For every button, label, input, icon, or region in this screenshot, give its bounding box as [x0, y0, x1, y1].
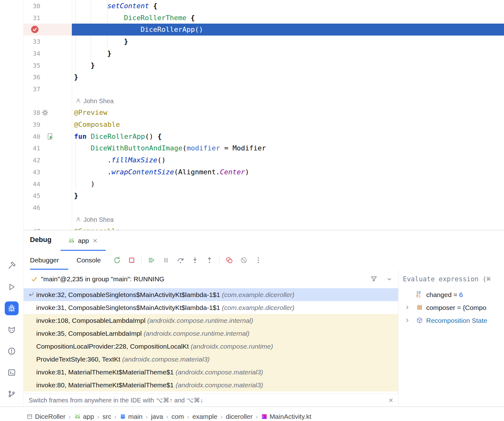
line-number[interactable]: 34: [24, 48, 40, 59]
chevron-down-icon[interactable]: [386, 276, 393, 283]
line-number[interactable]: 41: [24, 142, 40, 154]
line-number[interactable]: 42: [24, 154, 40, 166]
stack-frame-row[interactable]: invoke:108, ComposableLambdaImpl (androi…: [24, 314, 398, 327]
line-number[interactable]: 37: [24, 83, 40, 95]
evaluate-expression-field[interactable]: Evaluate expression (⌘: [398, 270, 504, 288]
line-number[interactable]: 45: [24, 190, 40, 202]
debug-bug-icon[interactable]: [5, 301, 19, 315]
code-line[interactable]: 34}: [24, 48, 504, 59]
code-text[interactable]: .fillMaxSize(): [107, 154, 166, 166]
step-out-icon[interactable]: [205, 255, 214, 265]
logcat-icon[interactable]: [5, 323, 19, 337]
close-icon[interactable]: [92, 238, 98, 244]
breadcrumb-item[interactable]: example: [192, 413, 217, 420]
line-number[interactable]: 40: [24, 131, 40, 143]
thread-selector[interactable]: "main"@2,235 in group "main": RUNNING: [24, 270, 398, 288]
code-line[interactable]: 42.fillMaxSize(): [24, 154, 504, 166]
code-line[interactable]: 43.wrapContentSize(Alignment.Center): [24, 166, 504, 178]
stack-frame-row[interactable]: ProvideTextStyle:360, TextKt (androidx.c…: [24, 353, 398, 366]
code-text[interactable]: ): [91, 178, 95, 190]
breadcrumb-item[interactable]: MainActivity.kt: [261, 413, 312, 420]
tab-console[interactable]: Console: [77, 251, 101, 269]
variable-row[interactable]: 1001changed = 6: [398, 288, 504, 301]
close-icon[interactable]: [388, 397, 394, 403]
code-text[interactable]: DiceWithButtonAndImage(modifier = Modifi…: [91, 142, 266, 154]
line-number[interactable]: 43: [24, 166, 40, 178]
code-line[interactable]: 39@Composable: [24, 119, 504, 131]
code-text[interactable]: @Composable: [74, 119, 120, 131]
code-text[interactable]: setContent {: [107, 0, 158, 12]
mute-breakpoints-icon[interactable]: [239, 255, 249, 265]
code-line[interactable]: 40fun DiceRollerApp() {: [24, 131, 504, 143]
problems-icon[interactable]: [5, 344, 19, 358]
line-number[interactable]: 39: [24, 119, 40, 131]
code-line[interactable]: 41DiceWithButtonAndImage(modifier = Modi…: [24, 142, 504, 154]
variable-row[interactable]: composer = {Compo: [398, 301, 504, 314]
line-number[interactable]: 46: [24, 202, 40, 214]
code-text[interactable]: }: [107, 48, 112, 59]
code-text[interactable]: @Preview: [74, 107, 107, 119]
run-icon[interactable]: [5, 280, 19, 294]
code-line[interactable]: 35}: [24, 59, 504, 71]
code-line[interactable]: 38@Preview: [24, 107, 504, 119]
stack-frame-row[interactable]: CompositionLocalProvider:228, Compositio…: [24, 340, 398, 353]
stack-frame-row[interactable]: invoke:81, MaterialThemeKt$MaterialTheme…: [24, 366, 398, 379]
code-text[interactable]: }: [91, 59, 95, 71]
build-icon[interactable]: [5, 259, 19, 272]
code-line[interactable]: 36}: [24, 71, 504, 83]
breadcrumb-item[interactable]: java: [151, 413, 163, 420]
stack-frame-row[interactable]: invoke:80, MaterialThemeKt$MaterialTheme…: [24, 379, 398, 391]
step-into-icon[interactable]: [190, 255, 200, 265]
breakpoint-icon[interactable]: [31, 25, 39, 34]
line-number[interactable]: 36: [24, 71, 40, 83]
resume-icon[interactable]: [147, 255, 156, 265]
tab-app-session[interactable]: app: [60, 230, 106, 251]
line-number[interactable]: 44: [24, 178, 40, 190]
code-text[interactable]: DiceRollerApp(): [140, 24, 203, 36]
stop-icon[interactable]: [127, 255, 136, 265]
line-number[interactable]: 31: [24, 12, 40, 24]
code-text[interactable]: }: [74, 71, 78, 83]
terminal-icon[interactable]: [5, 366, 19, 379]
breadcrumb-item[interactable]: src: [102, 413, 111, 420]
breadcrumb-item[interactable]: diceroller: [226, 413, 253, 420]
code-text[interactable]: @Composable: [74, 225, 120, 230]
step-over-icon[interactable]: [176, 255, 185, 265]
stack-frame-row[interactable]: invoke:35, ComposableLambdaImpl (android…: [24, 327, 398, 340]
code-line[interactable]: 45}: [24, 190, 504, 202]
preview-settings-gear-icon[interactable]: [41, 107, 49, 119]
pause-icon[interactable]: [161, 255, 171, 265]
rerun-icon[interactable]: [112, 255, 122, 265]
breadcrumb-item[interactable]: main: [120, 413, 143, 420]
code-line[interactable]: 37: [24, 83, 504, 95]
stack-frame-row[interactable]: invoke:31, ComposableSingletons$MainActi…: [24, 301, 398, 314]
line-number[interactable]: 47: [24, 225, 40, 230]
line-number[interactable]: 38: [24, 107, 40, 119]
chevron-right-icon[interactable]: [404, 304, 410, 311]
line-number[interactable]: 30: [24, 0, 40, 12]
variable-row[interactable]: Recomposition State: [398, 314, 504, 327]
code-line[interactable]: 30setContent {: [24, 0, 504, 12]
code-text[interactable]: fun DiceRollerApp() {: [74, 131, 162, 143]
stack-frame-row[interactable]: invoke:32, ComposableSingletons$MainActi…: [24, 288, 398, 301]
filter-icon[interactable]: [370, 275, 378, 283]
code-text[interactable]: .wrapContentSize(Alignment.Center): [107, 166, 249, 178]
code-line[interactable]: 31DiceRollerTheme {: [24, 12, 504, 24]
code-line[interactable]: 46: [24, 202, 504, 214]
tab-debugger[interactable]: Debugger: [30, 251, 59, 269]
code-line[interactable]: 47@Composable: [24, 225, 504, 230]
code-text[interactable]: }: [74, 190, 78, 202]
breadcrumb-item[interactable]: DiceRoller: [26, 413, 66, 420]
breadcrumb-item[interactable]: app: [74, 413, 94, 420]
more-vertical-icon[interactable]: [254, 255, 263, 265]
line-number[interactable]: 35: [24, 59, 40, 71]
code-line[interactable]: 33}: [24, 36, 504, 48]
code-line[interactable]: 44): [24, 178, 504, 190]
version-control-icon[interactable]: [5, 387, 19, 401]
chevron-right-icon[interactable]: [404, 317, 410, 323]
code-text[interactable]: DiceRollerTheme {: [124, 12, 195, 24]
line-number[interactable]: 33: [24, 36, 40, 48]
breadcrumb-item[interactable]: com: [171, 413, 184, 420]
code-line[interactable]: DiceRollerApp(): [24, 24, 504, 36]
run-preview-icon[interactable]: [46, 131, 54, 143]
